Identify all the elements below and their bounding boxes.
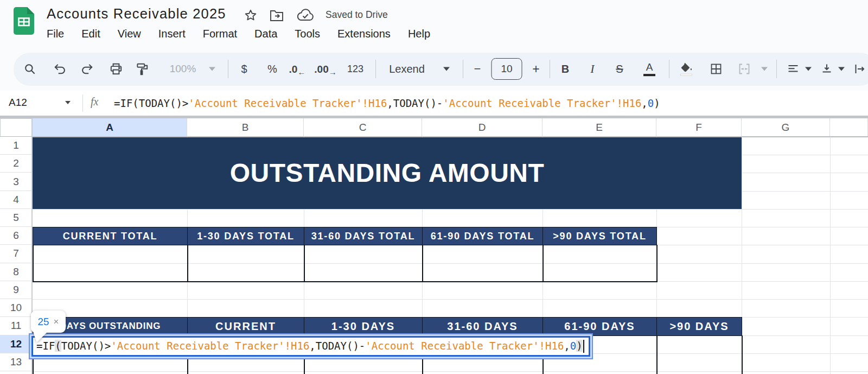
decrease-font-size-button[interactable]: −: [474, 62, 481, 76]
menu-tools[interactable]: Tools: [286, 26, 329, 42]
vertical-align-button[interactable]: [820, 62, 833, 75]
summary-header-cell: 31-60 DAYS TOTAL: [304, 227, 423, 245]
row-header-12[interactable]: 12: [0, 335, 32, 353]
font-name-select[interactable]: Lexend: [389, 63, 425, 75]
summary-border: [656, 245, 658, 281]
summary-header-cell: CURRENT TOTAL: [33, 227, 188, 245]
row-header-11[interactable]: 11: [0, 317, 32, 335]
increase-decimal-button[interactable]: .00→: [314, 62, 336, 77]
document-title[interactable]: Accounts Receivable 2025: [47, 6, 226, 22]
column-header-B[interactable]: B: [187, 118, 304, 137]
row-header-7[interactable]: 7: [0, 245, 32, 263]
column-header-C[interactable]: C: [304, 118, 422, 137]
row-header-4[interactable]: 4: [0, 191, 32, 209]
search-icon[interactable]: [23, 62, 37, 76]
undo-icon[interactable]: [53, 62, 67, 76]
summary-border: [304, 245, 305, 281]
row-header-9[interactable]: 9: [0, 281, 32, 299]
text-color-button[interactable]: A: [643, 62, 655, 76]
summary-header-cell: >90 DAYS TOTAL: [542, 227, 657, 245]
row-header-8[interactable]: 8: [0, 263, 32, 281]
column-header-E[interactable]: E: [542, 118, 656, 137]
menu-bar: FileEditViewInsertFormatDataToolsExtensi…: [38, 26, 439, 43]
print-icon[interactable]: [109, 62, 123, 76]
menu-file[interactable]: File: [38, 26, 73, 42]
borders-button[interactable]: [710, 62, 723, 75]
sheets-logo[interactable]: [14, 7, 34, 35]
row-header-2[interactable]: 2: [0, 155, 32, 173]
aging-header-cell: >90 DAYS: [656, 317, 742, 335]
fx-icon: fx: [91, 96, 98, 108]
aging-header-cell: 31-60 DAYS: [422, 317, 543, 335]
menu-view[interactable]: View: [109, 26, 150, 42]
row-header-1[interactable]: 1: [0, 137, 32, 155]
horizontal-align-dropdown-icon[interactable]: [805, 67, 812, 71]
aging-border: [656, 335, 658, 374]
aging-header-cell: CURRENT: [187, 317, 304, 335]
summary-border-bottom: [33, 281, 658, 282]
summary-border: [422, 245, 423, 281]
menu-insert[interactable]: Insert: [150, 26, 194, 42]
zoom-level[interactable]: 100%: [170, 63, 196, 75]
aging-border: [742, 335, 743, 374]
cell-editor[interactable]: =IF(TODAY()>'Account Receivable Tracker'…: [31, 336, 590, 357]
menu-format[interactable]: Format: [194, 26, 246, 42]
vertical-align-dropdown-icon[interactable]: [838, 67, 845, 71]
move-folder-icon[interactable]: [270, 9, 284, 22]
formula-input[interactable]: =IF(TODAY()>'Account Receivable Tracker'…: [114, 97, 660, 109]
column-header-empty[interactable]: [830, 118, 868, 137]
font-size-input[interactable]: 10: [492, 58, 522, 80]
column-header-A[interactable]: A: [33, 118, 187, 137]
italic-button[interactable]: I: [590, 62, 594, 76]
row-header-5[interactable]: 5: [0, 209, 32, 227]
menu-help[interactable]: Help: [399, 26, 439, 42]
aging-header-cell: 61-90 DAYS: [542, 317, 657, 335]
summary-border: [187, 245, 188, 281]
format-percent-button[interactable]: %: [267, 63, 277, 75]
select-all-corner[interactable]: [0, 118, 32, 137]
column-header-D[interactable]: D: [422, 118, 542, 137]
zoom-dropdown-icon[interactable]: [209, 67, 215, 71]
menu-data[interactable]: Data: [246, 26, 286, 42]
font-dropdown-icon[interactable]: [443, 67, 450, 71]
paint-format-icon[interactable]: [135, 62, 149, 76]
name-box[interactable]: A12: [9, 97, 27, 109]
google-sheets-app: Accounts Receivable 2025 Saved to Drive …: [0, 0, 868, 374]
saved-to-drive-icon: [296, 7, 315, 23]
horizontal-align-button[interactable]: [787, 62, 800, 75]
fill-color-button[interactable]: [680, 62, 693, 76]
row-header-6[interactable]: 6: [0, 227, 32, 245]
column-header-G[interactable]: G: [742, 118, 830, 137]
column-header-F[interactable]: F: [656, 118, 742, 137]
cell-value-tooltip: 25 ×: [31, 310, 66, 333]
row-header-13[interactable]: 13: [0, 353, 32, 371]
summary-border: [542, 245, 544, 281]
tooltip-value: 25: [37, 316, 49, 328]
tooltip-close-icon[interactable]: ×: [54, 316, 59, 327]
name-box-dropdown-icon[interactable]: [65, 101, 71, 104]
formula-bar: A12 fx =IF(TODAY()>'Account Receivable T…: [0, 90, 868, 116]
menu-edit[interactable]: Edit: [73, 26, 108, 42]
summary-header-cell: 1-30 DAYS TOTAL: [187, 227, 304, 245]
format-currency-button[interactable]: $: [241, 63, 247, 75]
decrease-decimal-button[interactable]: .0←: [289, 62, 306, 77]
aging-header-cell: 1-30 DAYS: [304, 317, 423, 335]
increase-font-size-button[interactable]: +: [532, 62, 539, 77]
banner-outstanding-amount: OUTSTANDING AMOUNT: [33, 137, 742, 209]
star-icon[interactable]: [244, 8, 258, 22]
text-wrap-button[interactable]: [853, 62, 866, 75]
row-header-10[interactable]: 10: [0, 299, 32, 317]
bold-button[interactable]: B: [561, 63, 569, 75]
merge-cells-button[interactable]: [738, 62, 751, 75]
strikethrough-button[interactable]: S: [616, 63, 623, 75]
menu-extensions[interactable]: Extensions: [329, 26, 399, 42]
format-123-button[interactable]: 123: [347, 64, 363, 75]
summary-border: [33, 245, 34, 281]
saved-status-label[interactable]: Saved to Drive: [326, 9, 388, 21]
merge-dropdown-icon[interactable]: [761, 67, 768, 71]
banner-title: OUTSTANDING AMOUNT: [230, 158, 545, 188]
summary-header-cell: 61-90 DAYS TOTAL: [422, 227, 543, 245]
row-header-3[interactable]: 3: [0, 173, 32, 191]
redo-icon[interactable]: [80, 62, 94, 76]
